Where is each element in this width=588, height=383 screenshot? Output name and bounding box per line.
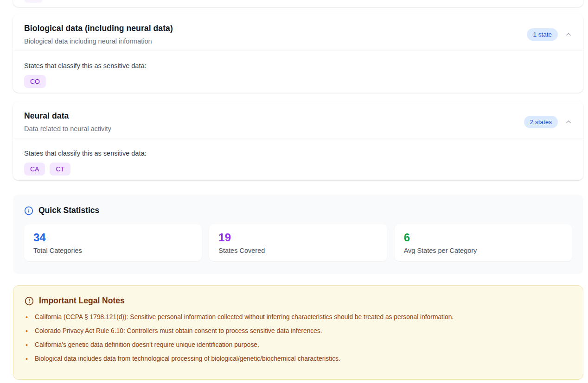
category-header-neural-data[interactable]: Neural data Data related to neural activ… [13, 101, 583, 138]
stats-row: 34 Total Categories 19 States Covered 6 … [24, 224, 572, 261]
stat-card-avg-states: 6 Avg States per Category [395, 224, 572, 261]
state-badge-ct: CT [50, 163, 70, 176]
legal-note-item: California (CCPA § 1798.121(d)): Sensiti… [25, 310, 572, 324]
category-title: Neural data [24, 111, 111, 121]
category-header-right: 1 state [527, 28, 572, 41]
category-header-biological-data[interactable]: Biological data (including neural data) … [13, 14, 583, 50]
category-title: Biological data (including neural data) [24, 24, 173, 33]
info-icon [24, 206, 33, 215]
stat-card-total-categories: 34 Total Categories [24, 224, 202, 261]
states-label: States that classify this as sensitive d… [24, 150, 572, 157]
category-card-neural-data: Neural data Data related to neural activ… [13, 101, 583, 180]
legal-note-item: Biological data includes data from techn… [25, 352, 572, 366]
category-description: Biological data including neural informa… [24, 38, 173, 45]
state-count-badge: 2 states [524, 116, 558, 128]
quick-statistics-header: Quick Statistics [24, 206, 572, 215]
state-badge-list: CO [24, 75, 572, 88]
category-body: States that classify this as sensitive d… [13, 51, 583, 94]
legal-note-item: California's genetic data definition doe… [25, 338, 572, 352]
category-card-biological-data: Biological data (including neural data) … [13, 14, 583, 93]
stat-card-states-covered: 19 States Covered [209, 224, 387, 261]
category-header-text: Biological data (including neural data) … [24, 24, 173, 45]
state-badge-ca: CA [24, 163, 45, 176]
chevron-up-icon[interactable] [565, 31, 572, 38]
legal-notes-header: Important Legal Notes [25, 296, 572, 306]
stat-value: 34 [33, 231, 192, 244]
quick-statistics-title: Quick Statistics [38, 206, 99, 215]
sensitive-data-categories-page: Biological data (including neural data) … [0, 0, 588, 383]
legal-notes-section: Important Legal Notes California (CCPA §… [13, 285, 583, 380]
category-description: Data related to neural activity [24, 125, 111, 132]
state-count-badge: 1 state [527, 28, 558, 41]
stat-value: 6 [404, 231, 563, 244]
chevron-up-icon[interactable] [565, 118, 572, 126]
state-badge-partial [24, 0, 43, 3]
legal-notes-list: California (CCPA § 1798.121(d)): Sensiti… [25, 310, 572, 366]
legal-notes-title: Important Legal Notes [39, 296, 125, 306]
stat-label: Avg States per Category [404, 247, 563, 254]
category-header-text: Neural data Data related to neural activ… [24, 111, 111, 132]
legal-note-item: Colorado Privacy Act Rule 6.10: Controll… [25, 324, 572, 338]
stat-label: Total Categories [33, 247, 192, 254]
quick-statistics-section: Quick Statistics 34 Total Categories 19 … [13, 195, 583, 274]
stat-value: 19 [218, 231, 377, 244]
alert-circle-icon [25, 296, 34, 306]
category-body: States that classify this as sensitive d… [13, 138, 583, 181]
category-header-right: 2 states [524, 116, 572, 128]
state-badge-co: CO [24, 75, 46, 88]
stat-label: States Covered [218, 247, 377, 254]
state-badge-list: CA CT [24, 163, 572, 176]
previous-category-card-partial [13, 0, 583, 7]
states-label: States that classify this as sensitive d… [24, 62, 572, 69]
